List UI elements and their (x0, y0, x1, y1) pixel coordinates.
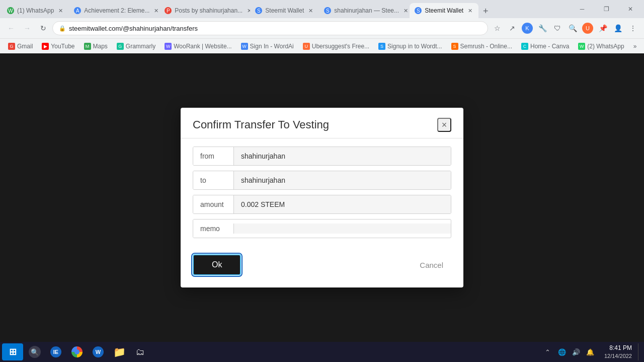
tab-close-whatsapp[interactable]: ✕ (57, 7, 64, 14)
url-text: steemitwallet.com/@shahinurjahan/transfe… (69, 25, 198, 32)
bookmark-semrush[interactable]: S Semrush - Online... (447, 40, 516, 52)
tab-close-steemit2[interactable]: ✕ (466, 7, 473, 14)
pin-icon[interactable]: 📌 (596, 21, 610, 35)
modal-footer: Ok Cancel (181, 246, 463, 287)
bookmarks-bar: G Gmail ▶ YouTube M Maps G Grammarly W W… (0, 38, 644, 53)
modal-title: Confirm Transfer To Vesting (193, 118, 329, 131)
address-bar[interactable]: 🔒 steemitwallet.com/@shahinurjahan/trans… (52, 21, 488, 35)
taskbar-ie-button[interactable]: IE (46, 343, 65, 360)
bookmark-favicon-semrush: S (451, 43, 458, 50)
puzzle-icon[interactable]: ⋮ (626, 21, 640, 35)
memo-field-row: memo (193, 219, 451, 238)
modal-header: Confirm Transfer To Vesting × (181, 108, 463, 138)
bookmarks-more[interactable]: » (629, 40, 641, 52)
tab-steemit-wallet2[interactable]: S Steemit Wallet ✕ (410, 3, 478, 18)
confirm-transfer-modal: Confirm Transfer To Vesting × from shahi… (181, 108, 463, 287)
reload-button[interactable]: ↻ (36, 21, 50, 35)
address-bar-row: ← → ↻ 🔒 steemitwallet.com/@shahinurjahan… (0, 18, 644, 38)
tray-network-icon[interactable]: 🌐 (556, 343, 568, 360)
bookmark-label-wordai: Sign In - WordAi (250, 43, 294, 50)
share-icon[interactable]: ↗ (505, 21, 519, 35)
tab-favicon-whatsapp: W (7, 7, 14, 14)
tab-achievement[interactable]: A Achievement 2: Eleme... ✕ (69, 3, 159, 18)
bookmark-favicon-youtube: ▶ (42, 43, 49, 50)
tab-shahinurjahan[interactable]: S shahinurjahan — Stee... ✕ (319, 3, 410, 18)
clock-date: 12/14/2022 (604, 352, 632, 359)
bookmark-canva[interactable]: C Home - Canva (517, 40, 573, 52)
bookmark-label-woorank: WooRank | Website... (174, 43, 231, 50)
close-button[interactable]: ✕ (619, 2, 642, 17)
memo-label: memo (193, 220, 233, 238)
tray-volume-icon[interactable]: 🔊 (570, 343, 582, 360)
tab-favicon-steemit1: S (255, 7, 262, 14)
bookmark-wordt[interactable]: S Signup in to Wordt... (374, 40, 446, 52)
tab-favicon-steemit2: S (415, 7, 422, 14)
tab-label-whatsapp: (1) WhatsApp (17, 7, 54, 14)
tab-steemit-wallet1[interactable]: S Steemit Wallet ✕ (250, 3, 319, 18)
tab-close-posts[interactable]: ✕ (246, 7, 250, 14)
bookmark-favicon-wordt: S (378, 43, 385, 50)
system-clock[interactable]: 8:41 PM 12/14/2022 (600, 344, 636, 359)
tab-posts[interactable]: P Posts by shahinurjahan... ✕ (159, 3, 250, 18)
extension-icon3[interactable]: 🛡 (550, 21, 565, 35)
tab-close-steemit1[interactable]: ✕ (307, 7, 314, 14)
bookmark-label-maps: Maps (93, 43, 108, 50)
tray-chevron[interactable]: ⌃ (542, 343, 554, 360)
tabs-container: W (1) WhatsApp ✕ A Achievement 2: Eleme.… (2, 0, 570, 18)
start-button[interactable]: ⊞ (2, 343, 23, 360)
user-icon[interactable]: 👤 (611, 21, 625, 35)
new-tab-button[interactable]: + (478, 4, 493, 18)
bookmark-whatsapp2[interactable]: W (2) WhatsApp (574, 40, 628, 52)
bookmark-grammarly[interactable]: G Grammarly (113, 40, 159, 52)
from-value: shahinurjahan (233, 147, 451, 165)
toolbar-icons: ☆ ↗ K 🔧 🛡 🔍 U 📌 👤 ⋮ (490, 21, 640, 35)
bookmark-label-youtube: YouTube (51, 43, 74, 50)
bookmark-label-whatsapp2: (2) WhatsApp (587, 43, 624, 50)
extension-icon4[interactable]: 🔍 (566, 21, 580, 35)
tab-whatsapp[interactable]: W (1) WhatsApp ✕ (2, 3, 69, 18)
tab-label-steemit2: Steemit Wallet (425, 7, 463, 14)
tray-notification-icon[interactable]: 🔔 (584, 343, 596, 360)
bookmark-maps[interactable]: M Maps (80, 40, 112, 52)
title-bar: W (1) WhatsApp ✕ A Achievement 2: Eleme.… (0, 0, 644, 18)
tab-close-achievement[interactable]: ✕ (152, 7, 159, 14)
star-icon[interactable]: ☆ (490, 21, 504, 35)
back-button[interactable]: ← (4, 21, 18, 35)
tab-favicon-shahinurjahan: S (324, 7, 331, 14)
to-value: shahinurjahan (233, 171, 451, 189)
tab-favicon-achievement: A (74, 7, 81, 14)
taskbar-chrome-button[interactable] (67, 343, 87, 360)
taskbar: ⊞ 🔍 IE W 📁 🗂 ⌃ 🌐 🔊 🔔 8:41 PM 12/14/2022 (0, 342, 644, 362)
bookmark-woorank[interactable]: W WooRank | Website... (160, 40, 235, 52)
restore-button[interactable]: ❐ (595, 2, 618, 17)
bookmark-label-grammarly: Grammarly (126, 43, 155, 50)
taskbar-word-button[interactable]: W (89, 343, 108, 360)
tab-label-steemit1: Steemit Wallet (265, 7, 304, 14)
extension-icon1[interactable]: K (522, 23, 533, 34)
to-field-row: to shahinurjahan (193, 171, 451, 190)
amount-value: 0.002 STEEM (233, 195, 451, 213)
tab-close-shahinurjahan[interactable]: ✕ (402, 7, 409, 14)
bookmark-label-canva: Home - Canva (530, 43, 569, 50)
bookmark-youtube[interactable]: ▶ YouTube (38, 40, 78, 52)
bookmark-gmail[interactable]: G Gmail (4, 40, 37, 52)
forward-button[interactable]: → (20, 21, 34, 35)
bookmark-wordai[interactable]: W Sign In - WordAi (237, 40, 298, 52)
show-desktop-button[interactable] (638, 343, 642, 360)
search-taskbar-button[interactable]: 🔍 (25, 343, 44, 360)
from-field-row: from shahinurjahan (193, 147, 451, 166)
taskbar-file-button[interactable]: 🗂 (131, 343, 150, 360)
cancel-button[interactable]: Cancel (412, 256, 451, 274)
tab-favicon-posts: P (165, 7, 172, 14)
minimize-button[interactable]: ─ (571, 2, 594, 17)
taskbar-tray: ⌃ 🌐 🔊 🔔 (542, 343, 598, 360)
extension-icon5[interactable]: U (582, 23, 593, 34)
modal-close-button[interactable]: × (437, 118, 451, 132)
bookmark-label-semrush: Semrush - Online... (460, 43, 512, 50)
ok-button[interactable]: Ok (193, 254, 241, 275)
bookmark-ubersuggest[interactable]: U Ubersuggest's Free... (299, 40, 373, 52)
memo-value (233, 224, 451, 234)
extension-icon2[interactable]: 🔧 (535, 21, 549, 35)
lock-icon: 🔒 (59, 25, 66, 32)
taskbar-folder-button[interactable]: 📁 (110, 343, 129, 360)
